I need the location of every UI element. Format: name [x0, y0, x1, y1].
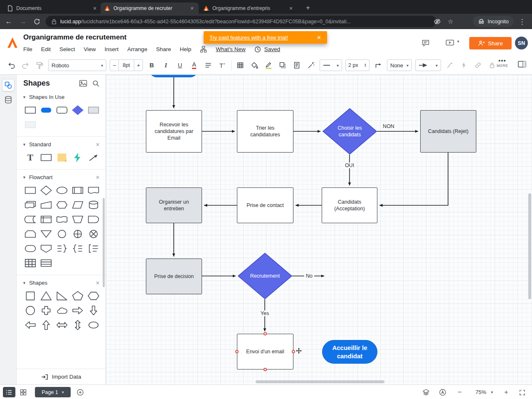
shape-brace-right[interactable]: [54, 241, 70, 256]
reload-button[interactable]: [32, 16, 42, 27]
node-trier[interactable]: Trier les candidatures: [237, 110, 293, 153]
shape-arrow-right[interactable]: [70, 303, 86, 318]
connection-port[interactable]: [292, 350, 295, 353]
menu-view[interactable]: View: [84, 46, 96, 52]
saved-status[interactable]: Saved: [264, 46, 280, 52]
format-painter-icon[interactable]: [34, 60, 45, 71]
add-page-icon[interactable]: [75, 387, 85, 397]
shape-loop-limit[interactable]: [22, 227, 38, 241]
shape-table[interactable]: [22, 256, 38, 270]
share-button[interactable]: Share: [469, 37, 512, 49]
magic-wand-icon[interactable]: [305, 60, 316, 71]
whats-new-link[interactable]: What's New: [216, 46, 246, 52]
shape-decision[interactable]: [38, 183, 54, 197]
shape-arrow-ne[interactable]: [86, 150, 101, 165]
text-options-icon[interactable]: T+: [217, 60, 228, 71]
section-close-icon[interactable]: ✕: [96, 142, 100, 148]
table-icon[interactable]: [235, 60, 246, 71]
layers-icon[interactable]: [421, 387, 431, 397]
node-rejet[interactable]: Candidats (Rejet): [420, 110, 476, 153]
fill-color-icon[interactable]: [249, 60, 260, 71]
shape-text[interactable]: T: [22, 150, 38, 165]
shape-bracket-note[interactable]: [86, 241, 101, 256]
node-contact[interactable]: Prise de contact: [237, 187, 293, 223]
hotspot-lightning-icon[interactable]: [458, 60, 469, 71]
shape-manual-input[interactable]: [38, 197, 54, 212]
shape-lightning[interactable]: [70, 150, 86, 165]
shape-hexagon[interactable]: [86, 288, 101, 303]
section-close-icon[interactable]: ✕: [96, 280, 100, 286]
diagram-canvas[interactable]: NONOUINoYesExempleRecevoir les candidatu…: [106, 75, 532, 384]
curve-icon[interactable]: [444, 60, 455, 71]
tab-organigramme-recrutement[interactable]: Organigramme de recruter ✕: [101, 2, 199, 14]
eye-off-icon[interactable]: [432, 17, 442, 27]
menu-select[interactable]: Select: [59, 46, 75, 52]
node-accueillir[interactable]: Accueillir le candidat: [322, 340, 377, 364]
shape-striped-process[interactable]: [38, 256, 54, 270]
back-button[interactable]: ←: [3, 16, 14, 27]
shape-cloud[interactable]: [54, 303, 70, 318]
shape-paper-tape[interactable]: [54, 212, 70, 227]
shape-brace-left[interactable]: [70, 241, 86, 256]
shape-cross[interactable]: [38, 303, 54, 318]
shape-or-junction[interactable]: [70, 227, 86, 241]
shape-circle[interactable]: [22, 303, 38, 318]
present-icon[interactable]: [446, 39, 454, 47]
apps-icon[interactable]: [200, 46, 207, 53]
line-color-icon[interactable]: [263, 60, 274, 71]
site-info-lock-icon[interactable]: [52, 19, 57, 25]
shape-rect-faint[interactable]: [22, 117, 38, 132]
shape-predefined-process[interactable]: [70, 183, 86, 197]
shape-square[interactable]: [22, 288, 38, 303]
shape-ellipse[interactable]: [86, 318, 101, 332]
new-tab-button[interactable]: +: [303, 2, 313, 13]
shape-internal-storage[interactable]: [38, 212, 54, 227]
menu-file[interactable]: File: [23, 46, 32, 52]
connection-port[interactable]: [264, 368, 267, 371]
present-caret-icon[interactable]: ▾: [457, 39, 459, 44]
undo-icon[interactable]: [6, 60, 17, 71]
tab-close-icon[interactable]: ✕: [189, 5, 195, 12]
menu-help[interactable]: Help: [180, 46, 191, 52]
browser-menu-icon[interactable]: ⋮: [517, 17, 527, 27]
shape-document[interactable]: [86, 183, 101, 197]
trial-banner-link[interactable]: Try paid features with a free trial!: [209, 34, 315, 41]
shape-sticky-note[interactable]: [54, 150, 70, 165]
connection-port[interactable]: [235, 350, 239, 353]
accessibility-icon[interactable]: [438, 387, 448, 397]
shape-summing-junction[interactable]: [86, 227, 101, 241]
document-title[interactable]: Organigramme de recrutement: [23, 33, 126, 42]
canvas-vertical-scrollbar[interactable]: [528, 193, 531, 299]
zoom-in-icon[interactable]: +: [501, 387, 511, 397]
tab-close-icon[interactable]: ✕: [288, 5, 294, 12]
data-panel-icon[interactable]: [2, 94, 15, 106]
trial-banner[interactable]: Try paid features with a free trial! ✕: [204, 31, 327, 44]
line-start-select[interactable]: None▾: [387, 59, 412, 71]
redo-icon[interactable]: [20, 60, 31, 71]
shape-manual-operation[interactable]: [70, 212, 86, 227]
shape-database[interactable]: [86, 197, 101, 212]
shape-triangle[interactable]: [38, 288, 54, 303]
connection-port[interactable]: [264, 332, 267, 335]
right-panel-toggle-icon[interactable]: [517, 60, 527, 70]
move-handle-icon[interactable]: [296, 347, 302, 356]
shape-arrow-left[interactable]: [22, 318, 38, 332]
image-icon[interactable]: [79, 80, 87, 87]
shape-rect-gray[interactable]: [86, 103, 101, 117]
align-icon[interactable]: [203, 60, 214, 71]
line-width-spinner[interactable]: 2 px▲▼: [345, 59, 369, 71]
search-icon[interactable]: [92, 80, 100, 87]
shape-diamond-blue[interactable]: [70, 103, 86, 117]
node-decision[interactable]: Prise de decision: [146, 259, 202, 294]
font-size-increase[interactable]: +: [134, 59, 143, 71]
shape-data[interactable]: [70, 197, 86, 212]
shape-terminator-alt[interactable]: [22, 241, 38, 256]
node-recevoir[interactable]: Recevoir les candidatures par Email: [146, 110, 202, 153]
canvas-horizontal-scrollbar[interactable]: [256, 380, 384, 383]
pages-list-icon[interactable]: [3, 387, 15, 397]
font-size-decrease[interactable]: −: [110, 59, 119, 71]
menu-arrange[interactable]: Arrange: [127, 46, 147, 52]
more-button[interactable]: ••• MORE: [497, 58, 508, 68]
lucid-logo[interactable]: [7, 37, 18, 49]
pages-grid-icon[interactable]: [18, 387, 28, 397]
